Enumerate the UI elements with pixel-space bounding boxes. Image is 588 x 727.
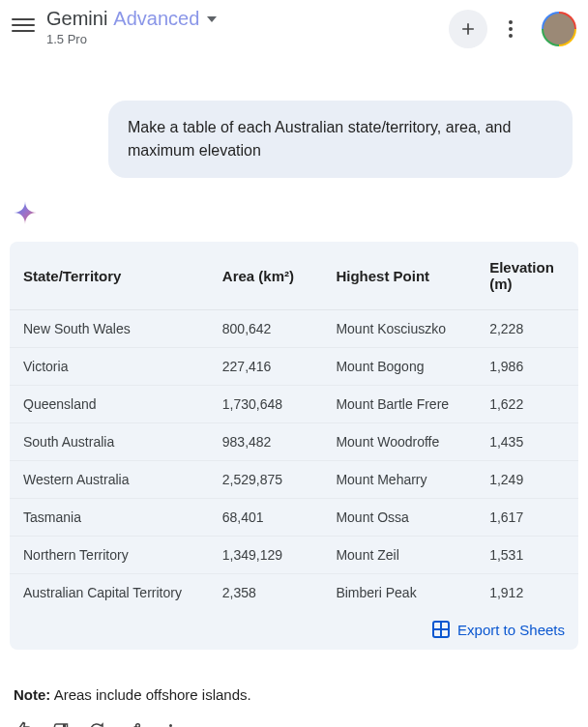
table-cell: 983,482 [209,423,323,461]
table-cell: 800,642 [209,310,323,348]
note-label: Note: [14,686,50,703]
share-icon [125,721,142,727]
more-actions-button[interactable] [161,720,180,727]
user-prompt: Make a table of each Australian state/te… [108,101,573,178]
table-cell: 1,531 [476,537,578,574]
dots-vertical-icon [509,20,513,38]
table-cell: Tasmania [10,499,209,537]
table-cell: Mount Zeil [322,537,476,574]
table-header: State/Territory [10,242,209,310]
table-row: New South Wales800,642Mount Kosciuszko2,… [10,310,578,348]
table-cell: Queensland [10,386,209,423]
table-cell: Mount Meharry [322,461,476,499]
dots-vertical-icon [169,724,172,728]
model-selector[interactable]: Gemini Advanced [46,8,217,30]
table-header-row: State/Territory Area (km²) Highest Point… [10,242,578,310]
sheets-icon [432,621,450,638]
new-chat-button[interactable] [449,10,487,48]
table-header: Highest Point [322,242,476,310]
table-cell: 1,249 [476,461,578,499]
table-row: Northern Territory1,349,129Mount Zeil1,5… [10,537,578,574]
table-row: Tasmania68,401Mount Ossa1,617 [10,499,578,537]
table-row: South Australia983,482Mount Woodroffe1,4… [10,423,578,461]
table-row: Victoria227,416Mount Bogong1,986 [10,348,578,386]
table-cell: Australian Capital Territory [10,574,209,612]
more-options-button[interactable] [491,10,530,48]
svg-point-1 [136,724,140,727]
table-cell: 68,401 [209,499,323,537]
table-cell: Western Australia [10,461,209,499]
app-header: Gemini Advanced 1.5 Pro [0,0,588,52]
regenerate-button[interactable] [87,720,106,727]
table-cell: 1,912 [476,574,578,612]
app-title-accent: Advanced [113,8,199,30]
table-cell: Northern Territory [10,537,209,574]
thumbs-up-icon [15,721,32,727]
table-cell: 1,435 [476,423,578,461]
table-cell: 227,416 [209,348,323,386]
title-block: Gemini Advanced 1.5 Pro [46,8,217,46]
table-cell: 1,617 [476,499,578,537]
note-text: Areas include offshore islands. [50,686,250,703]
response-note: Note: Areas include offshore islands. [14,686,574,703]
table-cell: 1,730,648 [209,386,323,423]
share-button[interactable] [124,720,143,727]
table-cell: 1,986 [476,348,578,386]
export-to-sheets-button[interactable]: Export to Sheets [10,611,578,640]
data-table: State/Territory Area (km²) Highest Point… [10,242,578,611]
plus-icon [458,19,478,39]
table-row: Queensland1,730,648Mount Bartle Frere1,6… [10,386,578,423]
table-cell: Mount Ossa [322,499,476,537]
app-title: Gemini [46,8,107,30]
table-cell: Victoria [10,348,209,386]
table-cell: 1,349,129 [209,537,323,574]
table-cell: Mount Woodroffe [322,423,476,461]
table-cell: 2,228 [476,310,578,348]
export-label: Export to Sheets [457,622,565,638]
table-cell: Mount Bogong [322,348,476,386]
response-actions [14,720,588,727]
table-header: Area (km²) [209,242,323,310]
table-cell: 2,358 [209,574,323,612]
thumbs-down-button[interactable] [50,720,70,727]
table-cell: Mount Bartle Frere [322,386,476,423]
gemini-spark-icon [12,199,39,226]
table-cell: Bimberi Peak [322,574,476,612]
table-cell: South Australia [10,423,209,461]
chevron-down-icon [207,16,217,22]
table-header: Elevation (m) [476,242,578,310]
user-avatar[interactable] [542,12,576,46]
refresh-icon [88,721,105,727]
thumbs-down-icon [51,721,69,727]
table-cell: 1,622 [476,386,578,423]
model-subtitle: 1.5 Pro [46,32,217,46]
table-cell: Mount Kosciuszko [322,310,476,348]
table-cell: New South Wales [10,310,209,348]
menu-icon[interactable] [12,14,35,37]
table-row: Western Australia2,529,875Mount Meharry1… [10,461,578,499]
thumbs-up-button[interactable] [14,720,33,727]
table-cell: 2,529,875 [209,461,323,499]
header-actions [449,10,576,48]
table-row: Australian Capital Territory2,358Bimberi… [10,574,578,612]
response-table-card: State/Territory Area (km²) Highest Point… [10,242,578,650]
